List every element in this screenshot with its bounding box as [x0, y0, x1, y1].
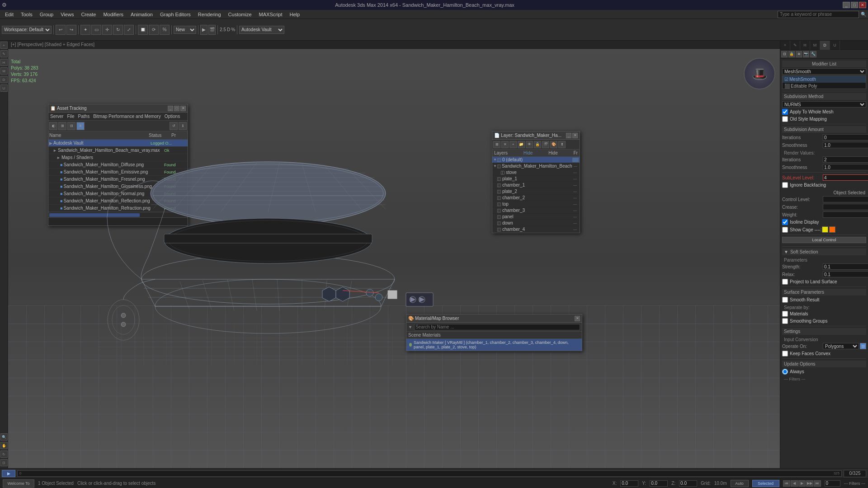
rp-tab-modify[interactable]: ✎ [790, 41, 800, 50]
rp-tab-create[interactable]: + [780, 41, 790, 50]
smoothing-groups-checkbox[interactable] [782, 318, 788, 324]
scale-button[interactable]: ⤢ [124, 25, 134, 35]
rp-tab-utility[interactable]: U [830, 41, 840, 50]
operate-on-dropdown[interactable]: Polygons [823, 343, 859, 349]
z-coord-input[interactable] [679, 480, 697, 487]
layer-row-chamber4[interactable]: ◫ chamber_4 — [492, 226, 580, 233]
lw-btn-render[interactable]: 🎬 [542, 141, 549, 148]
project-land-checkbox[interactable] [782, 279, 788, 285]
viewport-3d[interactable]: Total Polys: 38 283 Verts: 39 176 FPS: 6… [8, 49, 780, 468]
rp-tab-hierarchy[interactable]: H [800, 41, 810, 50]
rotate-button[interactable]: ↻ [113, 25, 123, 35]
modify-panel-btn[interactable]: ✎ [0, 50, 8, 57]
layer-row-panel[interactable]: ◫ panel — [492, 214, 580, 220]
layer-window-titlebar[interactable]: 📄 Layer: Sandwich_Maker_Ha... _ ✕ [492, 131, 580, 140]
modifier-dropdown[interactable]: MeshSmooth [782, 68, 866, 75]
layer-row-chamber2[interactable]: ◫ chamber_2 — [492, 195, 580, 201]
layer-row-down[interactable]: ◫ down — [492, 220, 580, 226]
at-btn-3[interactable]: ⊟ [67, 122, 75, 130]
layer-row-stove[interactable]: ◫ stove — [492, 169, 580, 176]
lw-btn-lock[interactable]: 🔒 [534, 141, 541, 148]
utility-panel-btn[interactable]: U [0, 84, 8, 92]
menu-tools[interactable]: Tools [18, 11, 36, 18]
lw-close-btn[interactable]: ✕ [572, 133, 578, 138]
view-dropdown[interactable]: New [174, 26, 196, 34]
old-style-mapping-checkbox[interactable] [782, 116, 788, 122]
at-menu-server[interactable]: Server [50, 114, 63, 119]
rp-icon-2[interactable]: 🔒 [788, 51, 795, 57]
select-region-button[interactable]: ▭ [91, 25, 101, 35]
undo-button[interactable]: ↩ [56, 25, 66, 35]
rp-tab-motion[interactable]: M [810, 41, 820, 50]
menu-rendering[interactable]: Rendering [195, 11, 224, 18]
rp-icon-4[interactable]: 📷 [803, 51, 809, 57]
layer-row-top[interactable]: ◫ top — [492, 201, 580, 207]
close-button[interactable]: ✕ [859, 2, 866, 8]
nurms-dropdown[interactable]: NURMS [782, 101, 866, 108]
menu-group[interactable]: Group [37, 11, 57, 18]
at-menu-file[interactable]: File [67, 114, 74, 119]
smoothness-input-2[interactable] [823, 164, 868, 170]
render-scene[interactable]: 🎬 [208, 25, 216, 35]
control-level-input[interactable] [823, 196, 868, 202]
create-panel-btn[interactable]: + [0, 42, 8, 49]
layer-row-sandwich[interactable]: ▼ ◫ Sandwich_Maker_Hamilton_Beach — [492, 163, 580, 169]
display-panel-btn[interactable]: D [0, 76, 8, 83]
play-btn[interactable]: ▶ [798, 480, 806, 487]
at-btn-1[interactable]: ◐ [49, 122, 57, 130]
materials-checkbox[interactable] [782, 311, 788, 317]
snap-toggle[interactable]: 🔲 [138, 25, 148, 35]
always-radio[interactable] [782, 369, 788, 375]
layer-row-chamber3[interactable]: ◫ chamber_3 — [492, 207, 580, 214]
lw-btn-color[interactable]: 🎨 [550, 141, 557, 148]
next-frame-btn[interactable]: ▶▶ [806, 480, 813, 487]
keep-faces-checkbox[interactable] [782, 351, 788, 357]
prev-frame-btn[interactable]: ◀ [791, 480, 798, 487]
menu-graph-editors[interactable]: Graph Editors [157, 11, 194, 18]
percent-snap[interactable]: % [160, 25, 170, 35]
timeline-track[interactable]: 0 325 [17, 470, 842, 477]
iterations-input-2[interactable] [823, 156, 868, 163]
crease-input[interactable] [823, 204, 868, 210]
show-cage-checkbox[interactable] [782, 227, 788, 233]
timeline-play-btn[interactable]: ▶ [2, 470, 15, 477]
isoline-checkbox[interactable] [782, 219, 788, 225]
render-button[interactable]: ▶ [200, 25, 208, 35]
zoom-btn[interactable]: 🔍 [0, 433, 8, 441]
layer-row-plate1[interactable]: ◫ plate_1 — [492, 176, 580, 182]
lw-btn-1[interactable]: ⊠ [493, 141, 500, 148]
motion-panel-btn[interactable]: M [0, 67, 8, 75]
selected-btn[interactable]: Selected [752, 480, 779, 487]
lw-btn-move[interactable]: ⬆ [558, 141, 566, 148]
at-menu-paths[interactable]: Paths [78, 114, 90, 119]
lw-btn-folder[interactable]: 📁 [518, 141, 525, 148]
cage-color-swatch[interactable] [822, 226, 828, 233]
sublevel-input[interactable] [823, 174, 868, 181]
rp-icon-3[interactable]: ≋ [796, 51, 802, 57]
modifier-editablepoly[interactable]: ⬛ Editable Poly [783, 83, 866, 89]
cage-color-swatch-2[interactable] [829, 226, 835, 233]
menu-views[interactable]: Views [57, 11, 77, 18]
x-coord-input[interactable] [620, 480, 638, 487]
local-control-button[interactable]: Local Control [782, 237, 866, 243]
maximize-button[interactable]: □ [851, 2, 858, 8]
rp-icon-1[interactable]: ⊡ [781, 51, 788, 57]
y-coord-input[interactable] [650, 480, 668, 487]
operate-on-toggle[interactable]: ⊡ [860, 343, 866, 349]
apply-whole-mesh-checkbox[interactable] [782, 109, 788, 115]
menu-animation[interactable]: Animation [127, 11, 156, 18]
lw-btn-close[interactable]: ✕ [501, 141, 509, 148]
menu-modifiers[interactable]: Modifiers [100, 11, 127, 18]
at-btn-4[interactable]: ≡ [76, 122, 85, 130]
menu-maxscript[interactable]: MAXScript [256, 11, 286, 18]
ignore-backfacing-checkbox[interactable] [782, 182, 788, 188]
maximize-viewport-btn[interactable]: ⊡ [0, 459, 8, 466]
layer-row-default[interactable]: ▼ ◫ 0 (default) [492, 157, 580, 163]
frame-input[interactable] [825, 480, 840, 487]
welcome-tab[interactable]: Welcome To [3, 479, 34, 488]
hierarchy-panel-btn[interactable]: H [0, 59, 8, 66]
angle-snap[interactable]: ⟳ [149, 25, 159, 35]
menu-create[interactable]: Create [78, 11, 99, 18]
search-input[interactable] [778, 11, 859, 18]
material-search-input[interactable] [414, 324, 580, 330]
